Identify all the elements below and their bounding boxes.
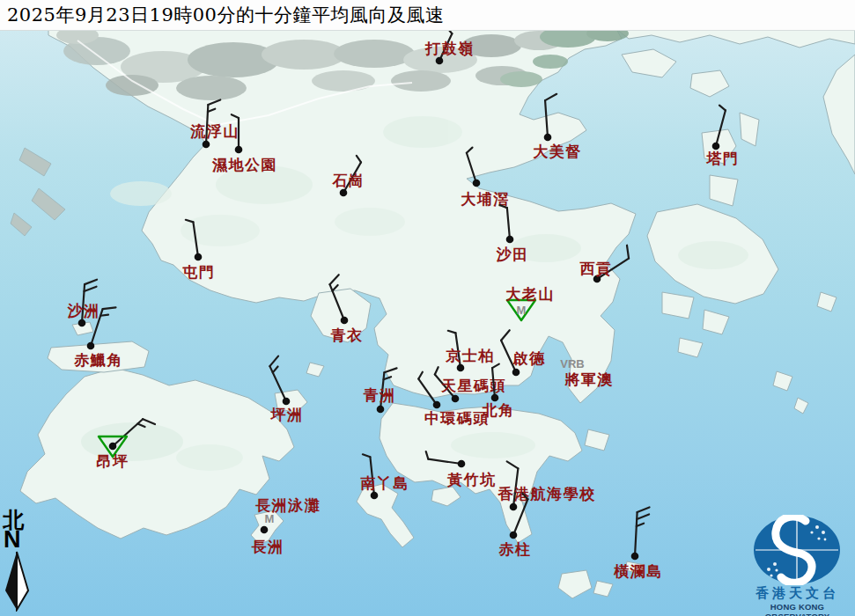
station-label: 中環碼頭 xyxy=(424,409,490,427)
station-label: 赤柱 xyxy=(498,540,532,558)
station-dot xyxy=(87,342,95,350)
station-dot xyxy=(261,526,269,534)
station-dot xyxy=(457,364,465,372)
station-label: 京士柏 xyxy=(445,347,495,364)
station-dot xyxy=(452,395,460,403)
station-label: 橫瀾島 xyxy=(613,562,663,580)
hong-kong-map: 打鼓嶺流浮山濕地公園石崗大美督塔門大埔滘沙田西貢M大老山沙洲屯門青衣赤鱲角京士柏… xyxy=(0,0,855,616)
station-label: 西貢 xyxy=(579,260,613,277)
north-arrow-icon xyxy=(3,550,33,612)
station-dot xyxy=(377,406,385,414)
station-label: 塔門 xyxy=(706,150,740,167)
station-dot xyxy=(283,398,291,406)
station-dot xyxy=(510,532,518,539)
north-indicator: 北 N xyxy=(3,510,33,612)
station-label: 香港航海學校 xyxy=(498,485,596,502)
station-label: 南丫島 xyxy=(360,474,409,492)
hko-logo: 香港天文台 HONG KONG OBSERVATORY xyxy=(740,515,855,616)
station-dot xyxy=(510,503,518,511)
station-dot xyxy=(506,236,514,244)
hko-emblem-icon xyxy=(740,515,855,585)
station-dot xyxy=(78,319,86,327)
station-dot xyxy=(512,369,520,377)
station-label: 石崗 xyxy=(332,172,365,189)
station-dot xyxy=(371,492,379,500)
station-label: 青衣 xyxy=(331,326,364,344)
station-dot xyxy=(458,460,466,468)
wind-map-screenshot: 打鼓嶺流浮山濕地公園石崗大美督塔門大埔滘沙田西貢M大老山沙洲屯門青衣赤鱲角京士柏… xyxy=(0,0,855,616)
station-dot xyxy=(235,146,243,154)
station-dot xyxy=(544,134,552,142)
station-label: 將軍澳 xyxy=(564,370,614,388)
map-title-bar: 2025年9月23日19時00分的十分鐘平均風向及風速 xyxy=(0,0,855,31)
station-label: 長洲 xyxy=(252,538,284,555)
station-label: 大老山 xyxy=(505,285,555,303)
hko-name-zh: 香港天文台 xyxy=(740,585,855,602)
station-dot xyxy=(203,141,210,149)
station-flag-vrb: VRB xyxy=(560,357,584,370)
station-label: 流浮山 xyxy=(189,122,240,140)
station-dot xyxy=(433,401,441,409)
station-label: 青洲 xyxy=(364,386,396,404)
station-label: 沙田 xyxy=(496,246,529,263)
hko-name-en: HONG KONG OBSERVATORY xyxy=(740,602,855,616)
station-label: 打鼓嶺 xyxy=(424,40,475,57)
station-label: 天星碼頭 xyxy=(440,377,506,394)
station-label: 坪洲 xyxy=(270,406,304,423)
station-dot xyxy=(631,553,639,561)
station-label: 濕地公園 xyxy=(211,156,277,173)
station-dot xyxy=(340,189,348,197)
station-label: 長洲泳灘 xyxy=(255,496,321,514)
station-label: 啟德 xyxy=(512,349,546,367)
station-dot xyxy=(109,443,117,451)
station-label: 黃竹坑 xyxy=(446,471,497,488)
station-dot xyxy=(436,57,444,65)
station-label: 屯門 xyxy=(182,263,216,281)
station-dot xyxy=(473,180,481,187)
station-label: 赤鱲角 xyxy=(73,351,123,369)
station-label: 大美督 xyxy=(533,143,582,160)
station-dot xyxy=(491,394,499,402)
map-title: 2025年9月23日19時00分的十分鐘平均風向及風速 xyxy=(0,3,444,27)
north-label-en: N xyxy=(4,528,33,552)
station-label: 沙洲 xyxy=(67,302,100,319)
station-dot xyxy=(341,317,349,325)
station-dot xyxy=(712,143,720,150)
wind-barb-tick xyxy=(100,315,108,316)
station-label: 昂坪 xyxy=(97,452,129,470)
station-dot xyxy=(195,253,203,261)
station-flag-m: M xyxy=(517,304,527,317)
